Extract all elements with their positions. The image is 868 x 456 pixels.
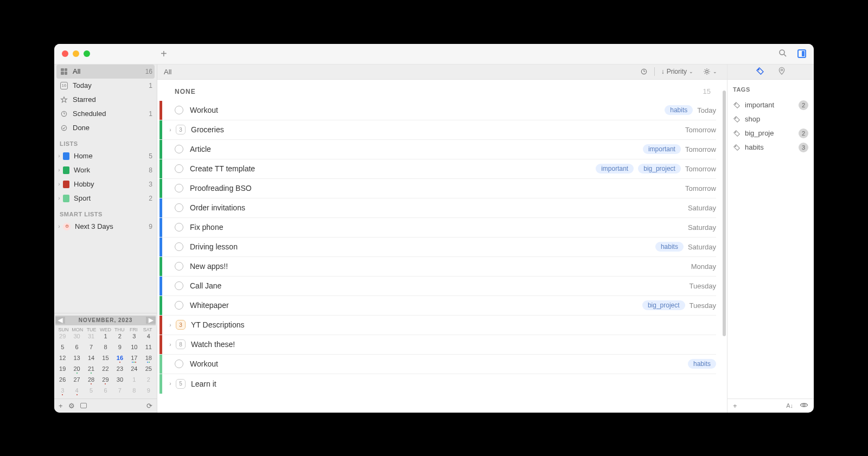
breadcrumb-all[interactable]: All [164,68,171,76]
calendar-day-cell[interactable]: 1 [98,332,112,343]
add-list-button[interactable]: + [59,402,63,410]
sidebar-list-hobby[interactable]: › Hobby 3 [54,177,157,191]
calendar-day-cell[interactable]: 27 [69,376,84,387]
calendar-day-cell[interactable]: 31 [84,332,98,343]
task-checkbox[interactable] [175,242,183,251]
task-row[interactable]: Workout habitsToday [159,101,716,120]
calendar-day-cell[interactable]: 2 [142,376,156,387]
chevron-right-icon[interactable]: › [167,127,174,133]
calendar-day-cell[interactable]: 8 [98,343,112,354]
calendar-day-cell[interactable]: 29 [98,376,112,387]
chevron-right-icon[interactable]: › [167,381,174,387]
calendar-day-cell[interactable]: 23 [113,365,127,376]
calendar-day-cell[interactable]: 24 [127,365,141,376]
task-row[interactable]: Proofreading BSO Tomorrow [159,179,716,198]
calendar-day-cell[interactable]: 30 [113,376,127,387]
minimize-window-button[interactable] [73,50,79,57]
add-tag-button[interactable]: + [733,402,737,410]
calendar-day-cell[interactable]: 8 [127,387,141,397]
sidebar-all[interactable]: All 16 [56,65,155,79]
calendar-day-cell[interactable]: 17 [127,354,141,365]
search-icon[interactable] [778,48,788,60]
task-row[interactable]: Order invitations Saturday [159,198,716,218]
task-checkbox[interactable] [175,281,183,290]
calendar-day-cell[interactable]: 5 [84,387,98,397]
calendar-day-cell[interactable]: 1 [127,376,141,387]
task-tag[interactable]: big_project [638,164,681,174]
calendar-day-cell[interactable]: 4 [142,332,156,343]
sidebar-smartlist[interactable]: › ⚙ Next 3 Days 9 [54,220,157,234]
tag-row[interactable]: habits 3 [733,140,808,155]
sidebar-list-work[interactable]: › Work 8 [54,163,157,177]
chevron-right-icon[interactable]: › [56,167,62,173]
calendar-day-cell[interactable]: 7 [113,387,127,397]
calendar-prev-button[interactable]: ◀ [55,317,65,324]
calendar-day-cell[interactable]: 29 [55,332,69,343]
sidebar-starred[interactable]: Starred [54,93,157,107]
sync-button[interactable]: ⟳ [146,402,152,410]
task-row[interactable]: Whitepaper big_projectTuesday [159,296,716,316]
chevron-right-icon[interactable]: › [56,223,62,229]
close-window-button[interactable] [62,50,68,57]
sidebar-list-home[interactable]: › Home 5 [54,149,157,163]
task-checkbox[interactable] [175,184,183,192]
calendar-day-cell[interactable]: 11 [142,343,156,354]
calendar-day-cell[interactable]: 28 [84,376,98,387]
zoom-window-button[interactable] [84,50,90,57]
chevron-right-icon[interactable]: › [167,342,174,348]
toggle-right-panel-button[interactable] [797,49,806,58]
task-tag[interactable]: important [596,164,634,174]
calendar-day-cell[interactable]: 2 [113,332,127,343]
calendar-day-cell[interactable]: 15 [98,354,112,365]
task-row[interactable]: Workout habits [159,355,716,374]
calendar-day-cell[interactable]: 4 [69,387,84,397]
settings-button[interactable]: ⚙︎ [68,402,75,410]
calendar-day-cell[interactable]: 13 [69,354,84,365]
locations-tab[interactable] [777,67,786,77]
task-checkbox[interactable] [175,359,183,368]
task-row[interactable]: ›8Watch these! [159,335,716,355]
task-checkbox[interactable] [175,106,183,114]
task-checkbox[interactable] [175,164,183,173]
calendar-toggle-button[interactable] [80,403,87,408]
scrollbar[interactable] [723,91,726,380]
sidebar-scheduled[interactable]: Scheduled 1 [54,107,157,121]
task-checkbox[interactable] [175,301,183,310]
calendar-day-cell[interactable]: 30 [69,332,84,343]
task-row[interactable]: Fix phone Saturday [159,218,716,237]
task-checkbox[interactable] [175,145,183,153]
task-row[interactable]: ›3Groceries Tomorrow [159,120,716,140]
task-tag[interactable]: important [643,144,681,154]
sidebar-done[interactable]: Done [54,121,157,135]
calendar-day-cell[interactable]: 21 [84,365,98,376]
calendar-day-cell[interactable]: 3 [127,332,141,343]
chevron-right-icon[interactable]: › [56,153,62,159]
calendar-day-cell[interactable]: 18 [142,354,156,365]
tag-row[interactable]: big_proje 2 [733,126,808,140]
task-row[interactable]: Article importantTomorrow [159,140,716,159]
task-row[interactable]: ›5Learn it [159,374,716,394]
calendar-day-cell[interactable]: 7 [84,343,98,354]
calendar-day-cell[interactable]: 10 [127,343,141,354]
task-checkbox[interactable] [175,262,183,271]
task-tag[interactable]: big_project [642,300,685,310]
calendar-day-cell[interactable]: 20 [69,365,84,376]
calendar-day-cell[interactable]: 9 [113,343,127,354]
task-tag[interactable]: habits [655,242,684,252]
chevron-right-icon[interactable]: › [167,322,174,328]
tag-row[interactable]: shop [733,112,808,126]
task-tag[interactable]: habits [665,105,693,115]
calendar-day-cell[interactable]: 25 [142,365,156,376]
task-row[interactable]: ›3YT Descriptions [159,316,716,335]
calendar-day-cell[interactable]: 19 [55,365,69,376]
calendar-day-cell[interactable]: 22 [98,365,112,376]
task-tag[interactable]: habits [688,359,716,369]
calendar-day-cell[interactable]: 12 [55,354,69,365]
sidebar-today[interactable]: 16 Today 1 [54,79,157,93]
calendar-day-cell[interactable]: 14 [84,354,98,365]
calendar-day-cell[interactable]: 6 [98,387,112,397]
calendar-day-cell[interactable]: 6 [69,343,84,354]
add-button[interactable]: + [161,48,167,60]
task-row[interactable]: Driving lesson habitsSaturday [159,237,716,257]
sidebar-list-sport[interactable]: › Sport 2 [54,191,157,205]
